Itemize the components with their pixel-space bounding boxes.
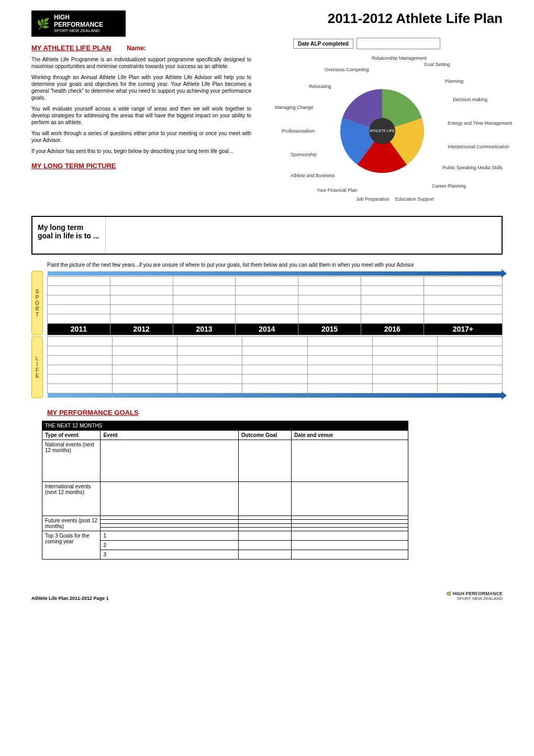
table-cell[interactable] bbox=[238, 541, 291, 550]
fern-icon: 🌿 bbox=[446, 591, 451, 596]
wheel-item: Your Financial Plan bbox=[317, 188, 357, 193]
wheel-item: Energy and Time Management bbox=[448, 120, 512, 126]
table-cell[interactable] bbox=[101, 440, 238, 482]
intro-p4: You will work through a series of questi… bbox=[31, 130, 251, 144]
wheel-item: Interpersonal Communication bbox=[448, 144, 509, 149]
table-cell[interactable] bbox=[292, 516, 408, 520]
wheel-item: Career Planning bbox=[432, 183, 466, 189]
wheel-item: Relocating bbox=[309, 84, 331, 89]
org-logo: 🌿 HIGH PERFORMANCE SPORT NEW ZEALAND bbox=[31, 10, 126, 37]
footer-logo: 🌿 HIGH PERFORMANCE SPORT NEW ZEALAND bbox=[446, 591, 503, 601]
table-cell[interactable] bbox=[292, 440, 408, 482]
table-cell[interactable] bbox=[292, 527, 408, 531]
wheel-item: Goal Setting bbox=[424, 62, 450, 67]
table-cell[interactable] bbox=[292, 520, 408, 523]
performance-goals-table[interactable]: THE NEXT 12 MONTHS Type of event Event O… bbox=[42, 421, 408, 560]
table-cell[interactable] bbox=[101, 523, 238, 527]
intro-p3: You will evaluate yourself across a wide… bbox=[31, 105, 251, 126]
year-cell: 2015 bbox=[298, 323, 361, 335]
year-cell: 2012 bbox=[110, 323, 173, 335]
logo-main-text: HIGH PERFORMANCE bbox=[54, 14, 120, 28]
col-outcome-header: Outcome Goal bbox=[238, 431, 291, 440]
col-event-header: Event bbox=[101, 431, 238, 440]
paint-picture-instruction: Paint the picture of the next few years.… bbox=[47, 262, 503, 268]
wheel-item: Overseas Competing bbox=[325, 67, 369, 72]
wheel-item: Managing Change bbox=[275, 105, 314, 110]
date-completed-input[interactable] bbox=[357, 38, 440, 49]
timeline-arrow-icon bbox=[48, 271, 503, 276]
table-cell[interactable] bbox=[292, 523, 408, 527]
table-cell[interactable] bbox=[101, 516, 238, 520]
footer-page-text: Athlete Life Plan 2011-2012 Page 1 bbox=[31, 596, 109, 601]
table-cell[interactable] bbox=[238, 520, 291, 523]
table-cell[interactable] bbox=[238, 516, 291, 520]
wheel-item: Relationship Management bbox=[372, 56, 427, 61]
table-cell[interactable] bbox=[101, 482, 238, 516]
table-cell[interactable] bbox=[238, 440, 291, 482]
long-term-goal-input[interactable] bbox=[106, 217, 502, 254]
date-completed-label: Date ALP completed bbox=[293, 39, 353, 49]
wheel-item: Job Preparation bbox=[356, 196, 390, 202]
table-cell[interactable] bbox=[292, 482, 408, 516]
table-cell[interactable] bbox=[292, 541, 408, 550]
goal-num-2: 2 bbox=[103, 542, 106, 548]
wheel-item: Professionalism bbox=[282, 128, 315, 134]
row-future-label: Future events (post 12 months) bbox=[42, 516, 101, 531]
section-plan-title: MY ATHLETE LIFE PLAN bbox=[31, 44, 111, 52]
wheel-item: Sponsorship bbox=[291, 152, 317, 157]
intro-p1: The Athlete Life Programme is an individ… bbox=[31, 56, 251, 70]
year-cell: 2017+ bbox=[424, 323, 502, 335]
wheel-item: Public Speaking Media Skills bbox=[442, 165, 503, 170]
table-cell[interactable] bbox=[292, 531, 408, 541]
table-cell[interactable] bbox=[238, 531, 291, 541]
wheel-item: Decision making bbox=[453, 97, 487, 102]
year-cell: 2016 bbox=[361, 323, 424, 335]
timeline-arrow-icon bbox=[48, 393, 503, 398]
year-cell: 2014 bbox=[236, 323, 298, 335]
life-timeline-grid[interactable] bbox=[47, 336, 503, 399]
goal-num-1: 1 bbox=[103, 533, 106, 539]
table-cell[interactable] bbox=[238, 550, 291, 560]
intro-p2: Working through an Annual Athlete Life P… bbox=[31, 74, 251, 101]
row-top3-label: Top 3 Goals for the coming year bbox=[42, 531, 101, 560]
table-cell[interactable] bbox=[238, 523, 291, 527]
intro-text-block: The Athlete Life Programme is an individ… bbox=[31, 56, 251, 155]
col-type-header: Type of event bbox=[42, 431, 101, 440]
wheel-item: Planning bbox=[445, 79, 463, 84]
athlete-life-wheel-diagram: ATHLETE LIFE Relationship Management Goa… bbox=[272, 52, 492, 210]
table-cell[interactable] bbox=[238, 527, 291, 531]
footer-logo-sub: SPORT NEW ZEALAND bbox=[457, 596, 503, 601]
wheel-chart: ATHLETE LIFE bbox=[340, 89, 424, 173]
goal-num-3: 3 bbox=[103, 552, 106, 557]
intro-p5: If your Advisor has sent this to you, be… bbox=[31, 148, 251, 155]
name-label: Name: bbox=[127, 45, 146, 52]
table-cell[interactable] bbox=[101, 527, 238, 531]
year-cell: 2011 bbox=[48, 323, 110, 335]
sport-side-tag: SPORT bbox=[31, 271, 43, 335]
table-cell[interactable] bbox=[101, 520, 238, 523]
row-national-label: National events (next 12 months) bbox=[42, 440, 101, 482]
section-long-picture-title: MY LONG TERM PICTURE bbox=[31, 162, 251, 170]
table-cell[interactable] bbox=[238, 482, 291, 516]
document-title: 2011-2012 Athlete Life Plan bbox=[328, 10, 503, 27]
wheel-item: Athlete and Business bbox=[291, 173, 335, 178]
row-international-label: International events (next 12 months) bbox=[42, 482, 101, 516]
wheel-item: Education Support bbox=[395, 196, 434, 202]
fern-icon: 🌿 bbox=[37, 17, 50, 30]
table-cell[interactable] bbox=[292, 550, 408, 560]
col-date-header: Date and venue bbox=[292, 431, 408, 440]
sport-timeline-grid[interactable]: 2011 2012 2013 2014 2015 2016 2017+ bbox=[47, 271, 503, 335]
long-term-goal-box: My long term goal in life is to ... bbox=[31, 216, 503, 255]
wheel-center-label: ATHLETE LIFE bbox=[369, 118, 395, 144]
year-cell: 2013 bbox=[173, 323, 236, 335]
section-performance-title: MY PERFORMANCE GOALS bbox=[47, 409, 503, 417]
life-side-tag: LIFE bbox=[31, 336, 43, 399]
logo-sub-text: SPORT NEW ZEALAND bbox=[54, 28, 120, 33]
perf-banner: THE NEXT 12 MONTHS bbox=[42, 421, 408, 431]
long-term-goal-label: My long term goal in life is to ... bbox=[32, 217, 106, 254]
footer-logo-main: HIGH PERFORMANCE bbox=[452, 591, 503, 596]
